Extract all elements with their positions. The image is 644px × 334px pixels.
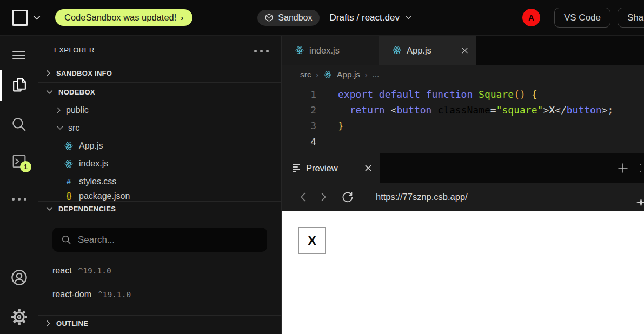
css-file-icon: # [64, 177, 74, 186]
line-content: export default function Square() { [338, 86, 537, 102]
avatar[interactable]: A [522, 9, 540, 26]
add-panel-icon[interactable] [617, 162, 629, 174]
file-label: styles.css [79, 177, 116, 186]
chevron-right-icon [57, 107, 61, 113]
folder-label: public [66, 105, 89, 115]
chevron-right-icon [46, 70, 51, 77]
more-actions-icon[interactable] [0, 198, 38, 201]
tab-appjs[interactable]: App.js [379, 36, 476, 65]
file-label: index.js [79, 159, 108, 169]
tab-label: App.js [407, 45, 431, 56]
update-banner-text: CodeSandbox was updated! [64, 12, 176, 23]
section-label: NODEBOX [58, 88, 95, 96]
workspace-chevron-down-icon[interactable] [33, 15, 41, 21]
dependency-row-react-dom[interactable]: react-dom ^19.1.0 [38, 290, 281, 299]
file-label: App.js [79, 141, 103, 151]
chevron-down-icon [46, 206, 53, 211]
dependency-row-react[interactable]: react ^19.1.0 [38, 266, 281, 276]
section-outline[interactable]: OUTLINE [38, 315, 281, 331]
tab-label: index.js [309, 45, 340, 56]
tree-file-stylescss[interactable]: # styles.css [38, 172, 281, 190]
react-file-icon [64, 159, 74, 169]
react-file-icon [295, 45, 304, 55]
section-nodebox[interactable]: NODEBOX [38, 83, 281, 101]
breadcrumb-src[interactable]: src [300, 70, 311, 79]
sandbox-badge-label: Sandbox [278, 13, 312, 23]
avatar-letter: A [528, 13, 534, 22]
menu-icon[interactable] [0, 48, 38, 62]
json-file-icon: {} [64, 191, 74, 200]
breadcrumb-file[interactable]: App.js [337, 70, 360, 79]
account-icon[interactable] [0, 269, 38, 286]
preview-toolbar: https://77sznp.csb.app/ [282, 183, 644, 211]
section-label: DEPENDENCIES [58, 205, 116, 213]
section-sandbox-info[interactable]: SANDBOX INFO [38, 64, 281, 82]
code-editor[interactable]: 1export default function Square() {2 ret… [282, 84, 644, 153]
tree-file-indexjs[interactable]: index.js [38, 155, 281, 172]
code-line[interactable]: 1export default function Square() { [282, 86, 644, 102]
banner-chevron-right-icon: › [181, 13, 183, 22]
tree-folder-public[interactable]: public [38, 101, 281, 119]
dependency-search-input[interactable] [78, 235, 240, 245]
update-banner[interactable]: CodeSandbox was updated! › [55, 9, 192, 26]
vs-code-button[interactable]: VS Code [554, 8, 610, 28]
chevron-down-icon [57, 126, 63, 130]
refresh-icon[interactable] [341, 191, 354, 203]
settings-gear-icon[interactable] [0, 308, 38, 326]
main-area: 1 EXPLORER SANDBOX INFO [0, 35, 644, 334]
editor-breadcrumb[interactable]: src › App.js › ... [282, 65, 644, 84]
react-file-icon [323, 70, 332, 79]
topbar-right-group: A VS Code Share [522, 8, 644, 28]
share-button[interactable]: Share [618, 8, 644, 28]
dependency-search[interactable] [52, 228, 267, 252]
codesandbox-logo-icon[interactable] [12, 10, 28, 26]
explorer-more-icon[interactable] [253, 45, 270, 55]
search-icon[interactable] [0, 116, 38, 132]
layout-icon[interactable] [640, 164, 644, 172]
explorer-header: EXPLORER [38, 36, 281, 64]
line-content: } [338, 118, 344, 133]
project-breadcrumb-text: Drafts / react.dev [330, 12, 400, 23]
dependency-version: ^19.1.0 [78, 266, 111, 275]
line-content: return <button className="square">X</but… [338, 102, 613, 118]
forward-icon[interactable] [321, 192, 327, 202]
breadcrumb-separator: › [365, 71, 367, 79]
line-number: 3 [282, 118, 316, 133]
code-line[interactable]: 4 [282, 133, 644, 149]
tree-folder-src[interactable]: src [38, 119, 281, 137]
code-line[interactable]: 3} [282, 118, 644, 133]
code-lines: 1export default function Square() {2 ret… [282, 86, 644, 149]
activity-bar: 1 [0, 36, 38, 334]
line-number: 2 [282, 102, 316, 118]
react-file-icon [64, 141, 74, 151]
preview-tab-bar: Preview [282, 153, 644, 183]
sandbox-badge[interactable]: Sandbox [257, 10, 319, 26]
tree-file-appjs[interactable]: App.js [38, 137, 281, 155]
code-line[interactable]: 2 return <button className="square">X</b… [282, 102, 644, 118]
project-breadcrumb[interactable]: Drafts / react.dev [330, 12, 412, 23]
sparkle-icon[interactable] [636, 198, 644, 207]
tree-file-packagejson[interactable]: {} package.json [38, 190, 281, 201]
chevron-right-icon [46, 320, 51, 327]
line-number: 1 [282, 86, 316, 102]
dependency-version: ^19.1.0 [98, 290, 131, 299]
explorer-sidebar: EXPLORER SANDBOX INFO NODEBOX [38, 36, 282, 334]
file-label: package.json [79, 191, 130, 201]
square-button[interactable]: X [298, 227, 326, 254]
top-bar: CodeSandbox was updated! › Sandbox Draft… [0, 0, 644, 35]
tab-preview[interactable]: Preview [282, 153, 380, 183]
close-preview-icon[interactable] [364, 164, 372, 172]
terminal-icon[interactable] [0, 153, 38, 169]
terminal-count-badge: 1 [20, 161, 31, 172]
explorer-files-icon[interactable] [0, 77, 38, 93]
editor-tab-bar: index.js App.js [282, 36, 644, 65]
close-tab-icon[interactable] [461, 47, 468, 54]
section-dependencies[interactable]: DEPENDENCIES [38, 201, 281, 216]
preview-url[interactable]: https://77sznp.csb.app/ [376, 192, 468, 202]
back-icon[interactable] [300, 192, 306, 202]
breadcrumb-symbol[interactable]: ... [372, 70, 379, 79]
tab-indexjs[interactable]: index.js [282, 36, 379, 65]
line-number: 4 [282, 133, 316, 149]
explorer-title: EXPLORER [54, 46, 95, 54]
cube-icon [264, 13, 274, 22]
